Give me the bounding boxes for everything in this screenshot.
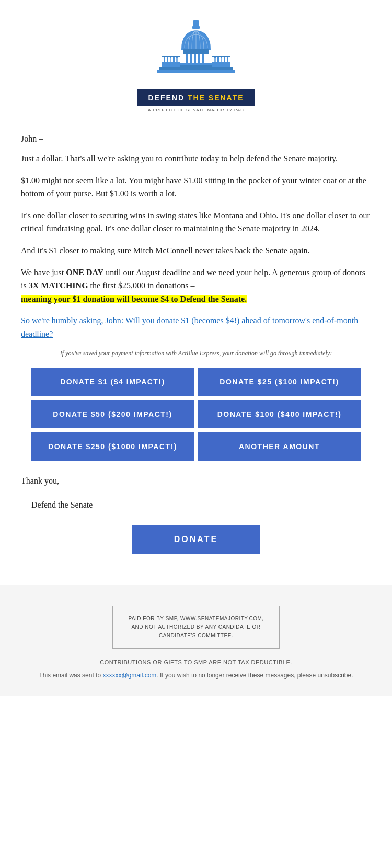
svg-rect-28 (165, 58, 167, 62)
donate-cta-button[interactable]: DONATE (132, 525, 260, 554)
svg-rect-1 (193, 20, 199, 27)
bold-paragraph-part3: the first $25,000 in donations – (88, 281, 195, 290)
thank-you: Thank you, (21, 476, 371, 486)
capitol-icon (154, 16, 238, 91)
svg-rect-9 (184, 53, 208, 54)
svg-rect-27 (157, 70, 235, 73)
signature: — Defend the Senate (21, 500, 371, 510)
header-section: DEFEND THE SENATE A PROJECT OF SENATE MA… (0, 0, 392, 124)
paragraph-2: $1.00 might not seem like a lot. You mig… (21, 174, 371, 201)
logo-text: DEFEND THE SENATE (148, 93, 244, 102)
svg-rect-8 (202, 54, 204, 63)
footer-disclaimer-box: PAID FOR BY SMP, WWW.SENATEMAJORITY.COM,… (112, 606, 280, 649)
svg-rect-17 (173, 57, 175, 62)
donate-another-button[interactable]: ANOTHER AMOUNT (198, 432, 361, 461)
svg-rect-30 (175, 58, 178, 62)
highlighted-text: meaning your $1 donation will become $4 … (21, 295, 247, 303)
svg-rect-25 (212, 56, 230, 57)
svg-rect-7 (198, 54, 200, 63)
paragraph-1: Just a dollar. That's all we're asking y… (21, 152, 371, 166)
logo-container: DEFEND THE SENATE A PROJECT OF SENATE MA… (137, 16, 254, 112)
logo-banner: DEFEND THE SENATE (137, 89, 254, 106)
donate-1-button[interactable]: DONATE $1 ($4 IMPACT!) (31, 368, 194, 396)
svg-rect-4 (186, 54, 188, 63)
footer-section: PAID FOR BY SMP, WWW.SENATEMAJORITY.COM,… (0, 585, 392, 696)
donate-grid: DONATE $1 ($4 IMPACT!) DONATE $25 ($100 … (31, 368, 361, 461)
bold-paragraph: We have just ONE DAY until our August de… (21, 266, 371, 306)
body-content: John – Just a dollar. That's all we're a… (0, 124, 392, 585)
footer-email-note: This email was sent to xxxxxx@gmail.com.… (10, 671, 382, 680)
donate-100-button[interactable]: DONATE $100 ($400 IMPACT!) (198, 400, 361, 428)
svg-rect-10 (180, 63, 212, 65)
paragraph-3: It's one dollar closer to securing wins … (21, 209, 371, 236)
svg-rect-6 (194, 54, 196, 63)
donate-250-button[interactable]: DONATE $250 ($1000 IMPACT!) (31, 432, 194, 461)
svg-rect-13 (212, 62, 230, 67)
bold-paragraph-part1: We have just (21, 268, 66, 277)
svg-rect-2 (192, 26, 200, 29)
donate-25-button[interactable]: DONATE $25 ($100 IMPACT!) (198, 368, 361, 396)
svg-rect-26 (159, 67, 233, 70)
svg-rect-12 (162, 62, 180, 67)
donate-cta-wrapper: DONATE (21, 525, 371, 554)
donation-link[interactable]: So we're humbly asking, John: Will you d… (21, 316, 358, 338)
email-wrapper: DEFEND THE SENATE A PROJECT OF SENATE MA… (0, 0, 392, 696)
actblue-note: If you've saved your payment information… (21, 349, 371, 357)
donate-50-button[interactable]: DONATE $50 ($200 IMPACT!) (31, 400, 194, 428)
svg-rect-33 (225, 58, 227, 62)
link-paragraph: So we're humbly asking, John: Will you d… (21, 314, 371, 341)
bold-3x-matching: 3X MATCHING (29, 281, 88, 290)
svg-rect-31 (214, 58, 217, 62)
paragraph-4: And it's $1 closer to making sure Mitch … (21, 244, 371, 257)
svg-rect-24 (162, 56, 180, 57)
svg-rect-20 (217, 57, 219, 62)
email-address[interactable]: xxxxxx@gmail.com (102, 672, 156, 679)
svg-rect-29 (170, 58, 172, 62)
logo-subtitle: A PROJECT OF SENATE MAJORITY PAC (137, 108, 254, 112)
svg-rect-11 (178, 65, 214, 67)
greeting: John – (21, 134, 371, 144)
footer-disclaimer: PAID FOR BY SMP, WWW.SENATEMAJORITY.COM,… (123, 615, 269, 640)
email-note-prefix: This email was sent to (39, 672, 102, 679)
footer-tax-note: CONTRIBUTIONS OR GIFTS TO SMP ARE NOT TA… (10, 659, 382, 665)
svg-rect-5 (190, 54, 192, 63)
bold-one-day: ONE DAY (66, 268, 103, 277)
email-note-suffix: . If you wish to no longer receive these… (156, 672, 353, 679)
svg-rect-32 (220, 58, 222, 62)
